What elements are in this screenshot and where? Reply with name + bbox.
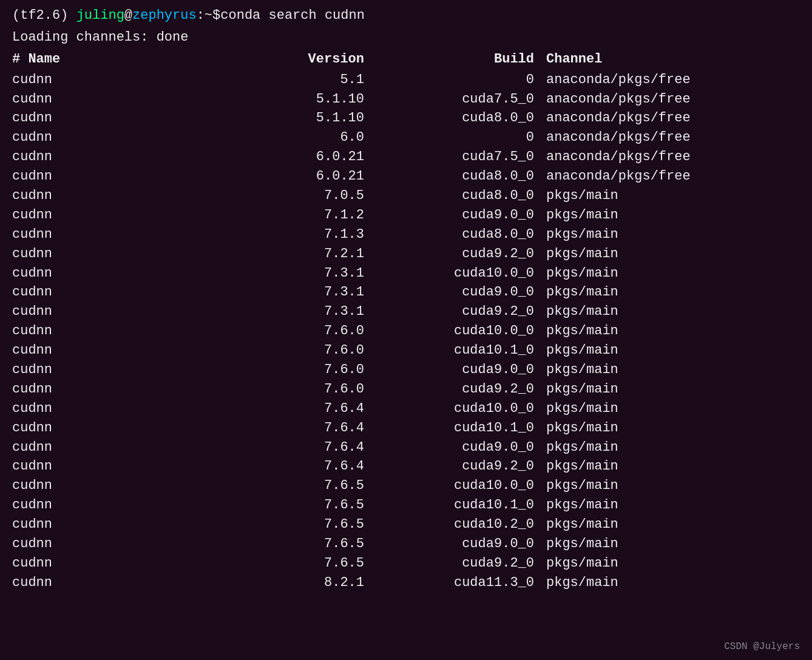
- cell-channel: pkgs/main: [546, 496, 800, 515]
- cell-build: cuda10.1_0: [376, 496, 546, 515]
- cell-name: cudnn: [12, 109, 243, 128]
- cell-name: cudnn: [12, 341, 243, 360]
- table-row: cudnn5.1.10cuda8.0_0anaconda/pkgs/free: [12, 109, 800, 128]
- cell-channel: pkgs/main: [546, 341, 800, 360]
- cell-build: cuda10.0_0: [376, 264, 546, 283]
- cell-version: 7.3.1: [243, 264, 376, 283]
- cell-channel: pkgs/main: [546, 302, 800, 322]
- cell-version: 7.1.2: [243, 206, 376, 225]
- cell-version: 5.1: [243, 70, 376, 90]
- cell-channel: pkgs/main: [546, 206, 800, 225]
- table-row: cudnn6.00anaconda/pkgs/free: [12, 128, 800, 147]
- table-row: cudnn7.6.5cuda9.2_0pkgs/main: [12, 554, 800, 573]
- cell-name: cudnn: [12, 147, 243, 167]
- cell-name: cudnn: [12, 283, 243, 302]
- table-body: cudnn5.10anaconda/pkgs/freecudnn5.1.10cu…: [12, 70, 800, 593]
- table-row: cudnn7.3.1cuda9.0_0pkgs/main: [12, 283, 800, 302]
- header-channel: Channel: [546, 50, 800, 69]
- cell-build: cuda9.0_0: [376, 283, 546, 302]
- cell-build: cuda10.1_0: [376, 419, 546, 438]
- cell-name: cudnn: [12, 322, 243, 341]
- prompt-command: conda search cudnn: [220, 6, 365, 25]
- table-row: cudnn7.6.4cuda9.2_0pkgs/main: [12, 457, 800, 476]
- header-version: Version: [243, 50, 376, 69]
- cell-build: cuda10.0_0: [376, 399, 546, 419]
- table-row: cudnn6.0.21cuda8.0_0anaconda/pkgs/free: [12, 167, 800, 186]
- terminal-window: (tf2.6) juling @ zephyrus :~$ conda sear…: [12, 6, 800, 593]
- cell-name: cudnn: [12, 534, 243, 554]
- cell-name: cudnn: [12, 264, 243, 283]
- cell-version: 7.6.5: [243, 476, 376, 496]
- cell-channel: pkgs/main: [546, 419, 800, 438]
- watermark: CSDN @Julyers: [724, 640, 800, 654]
- cell-build: cuda8.0_0: [376, 225, 546, 244]
- cell-build: cuda9.0_0: [376, 534, 546, 554]
- cell-version: 8.2.1: [243, 573, 376, 593]
- prompt-at: @: [124, 6, 132, 25]
- cell-version: 7.6.4: [243, 399, 376, 419]
- cell-name: cudnn: [12, 380, 243, 399]
- cell-channel: pkgs/main: [546, 573, 800, 593]
- table-row: cudnn7.2.1cuda9.2_0pkgs/main: [12, 244, 800, 264]
- cell-name: cudnn: [12, 186, 243, 206]
- table-row: cudnn5.1.10cuda7.5_0anaconda/pkgs/free: [12, 90, 800, 109]
- cell-name: cudnn: [12, 70, 243, 90]
- cell-channel: pkgs/main: [546, 244, 800, 264]
- cell-channel: anaconda/pkgs/free: [546, 109, 800, 128]
- cell-version: 7.6.0: [243, 360, 376, 380]
- cell-name: cudnn: [12, 360, 243, 380]
- cell-name: cudnn: [12, 457, 243, 476]
- table-row: cudnn7.6.5cuda9.0_0pkgs/main: [12, 534, 800, 554]
- cell-build: cuda10.1_0: [376, 341, 546, 360]
- cell-build: cuda7.5_0: [376, 90, 546, 109]
- table-row: cudnn7.1.2cuda9.0_0pkgs/main: [12, 206, 800, 225]
- cell-build: cuda9.2_0: [376, 554, 546, 573]
- table-row: cudnn7.3.1cuda9.2_0pkgs/main: [12, 302, 800, 322]
- cell-version: 7.3.1: [243, 302, 376, 322]
- cell-version: 7.6.4: [243, 457, 376, 476]
- cell-channel: pkgs/main: [546, 476, 800, 496]
- table-row: cudnn7.6.0cuda10.1_0pkgs/main: [12, 341, 800, 360]
- cell-build: cuda9.2_0: [376, 302, 546, 322]
- cell-channel: anaconda/pkgs/free: [546, 70, 800, 90]
- prompt-path: :~$: [197, 6, 221, 25]
- cell-build: 0: [376, 128, 546, 147]
- table-row: cudnn7.6.5cuda10.1_0pkgs/main: [12, 496, 800, 515]
- cell-build: cuda8.0_0: [376, 167, 546, 186]
- cell-channel: pkgs/main: [546, 225, 800, 244]
- cell-channel: pkgs/main: [546, 186, 800, 206]
- table-row: cudnn7.6.4cuda10.0_0pkgs/main: [12, 399, 800, 419]
- cell-version: 7.6.0: [243, 380, 376, 399]
- cell-channel: pkgs/main: [546, 360, 800, 380]
- cell-version: 7.2.1: [243, 244, 376, 264]
- cell-version: 7.6.5: [243, 496, 376, 515]
- table-row: cudnn8.2.1cuda11.3_0pkgs/main: [12, 573, 800, 593]
- cell-channel: pkgs/main: [546, 380, 800, 399]
- table-row: cudnn7.6.5cuda10.0_0pkgs/main: [12, 476, 800, 496]
- cell-name: cudnn: [12, 225, 243, 244]
- table-row: cudnn7.6.4cuda10.1_0pkgs/main: [12, 419, 800, 438]
- cell-version: 6.0.21: [243, 147, 376, 167]
- cell-build: cuda10.2_0: [376, 515, 546, 534]
- cell-version: 7.1.3: [243, 225, 376, 244]
- cell-channel: pkgs/main: [546, 554, 800, 573]
- cell-build: cuda10.0_0: [376, 476, 546, 496]
- loading-text: Loading channels: done: [12, 30, 188, 45]
- cell-version: 7.0.5: [243, 186, 376, 206]
- cell-name: cudnn: [12, 496, 243, 515]
- cell-channel: pkgs/main: [546, 534, 800, 554]
- cell-build: cuda9.0_0: [376, 360, 546, 380]
- cell-channel: pkgs/main: [546, 264, 800, 283]
- cell-build: cuda8.0_0: [376, 186, 546, 206]
- cell-channel: anaconda/pkgs/free: [546, 90, 800, 109]
- cell-version: 5.1.10: [243, 109, 376, 128]
- cell-version: 7.6.4: [243, 419, 376, 438]
- prompt-host: zephyrus: [132, 6, 197, 25]
- cell-version: 7.6.5: [243, 515, 376, 534]
- cell-channel: pkgs/main: [546, 399, 800, 419]
- prompt-line: (tf2.6) juling @ zephyrus :~$ conda sear…: [12, 6, 800, 25]
- cell-channel: pkgs/main: [546, 322, 800, 341]
- table-row: cudnn7.6.0cuda10.0_0pkgs/main: [12, 322, 800, 341]
- cell-version: 7.6.0: [243, 322, 376, 341]
- cell-channel: anaconda/pkgs/free: [546, 167, 800, 186]
